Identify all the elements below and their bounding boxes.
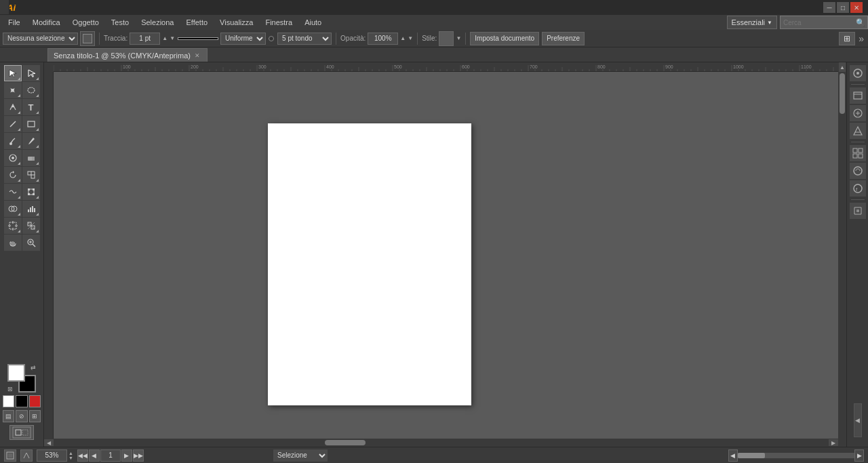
pen-tool[interactable] [4,99,22,115]
status-icon-2[interactable] [20,449,33,462]
panel-btn-6[interactable] [850,163,866,179]
nav-next-button[interactable]: ▶ [121,449,132,462]
opacity-chevron-up[interactable]: ▲ [400,35,406,41]
red-swatch[interactable] [29,395,41,407]
menu-visualizza[interactable]: Visualizza [214,17,258,28]
fill-color-swatch[interactable] [80,31,95,46]
stroke-width-chevron-down[interactable]: ▼ [170,35,175,41]
horizontal-scroll-thumb[interactable] [325,440,366,445]
document-tab[interactable]: Senza titolo-1 @ 53% (CMYK/Anteprima) ✕ [47,48,208,62]
document-tab-close[interactable]: ✕ [195,52,200,59]
status-icon-1[interactable] [4,449,16,462]
status-scroll-track[interactable] [738,453,855,458]
foreground-color-swatch[interactable] [7,364,25,382]
artboard-tool[interactable] [4,218,22,234]
search-input[interactable] [780,16,868,29]
menu-seleziona[interactable]: Seleziona [136,17,179,28]
swap-colors-icon[interactable]: ⇄ [31,364,36,371]
opacity-chevron-down[interactable]: ▼ [408,35,413,41]
slice-tool[interactable] [22,218,40,234]
rectangle-tool[interactable] [22,116,40,132]
menu-file[interactable]: File [3,17,26,28]
imposta-documento-button[interactable]: Imposta documento [470,32,539,45]
panel-btn-3[interactable] [850,105,866,121]
vertical-scrollbar[interactable]: ▲ [838,62,846,439]
hand-tool[interactable] [4,235,22,251]
scale-tool[interactable] [22,167,40,183]
vertical-scroll-thumb[interactable] [840,73,845,114]
panel-btn-5[interactable] [850,145,866,161]
tool-row-11 [4,235,40,251]
close-button[interactable]: ✕ [850,2,863,13]
panel-btn-7[interactable]: f [850,180,866,197]
selection-dropdown[interactable]: Nessuna selezione [3,33,78,45]
blob-brush-tool[interactable] [4,150,22,166]
draw-mode-button[interactable] [9,425,34,440]
nav-first-button[interactable]: ◀◀ [77,449,88,462]
rotate-tool[interactable] [4,167,22,183]
direct-selection-tool[interactable] [22,65,40,81]
style-chevron[interactable]: ▼ [456,35,461,41]
menu-modifica[interactable]: Modifica [27,17,66,28]
preferenze-button[interactable]: Preferenze [542,32,585,45]
free-transform-tool[interactable] [22,184,40,200]
graph-tool[interactable] [22,201,40,217]
zoom-tool[interactable] [22,235,40,251]
menu-aiuto[interactable]: Aiuto [299,17,327,28]
panel-btn-4[interactable] [850,123,866,139]
right-panel-collapse-btn[interactable]: ◀ [854,403,862,437]
none-swatch[interactable]: ⊘ [16,410,27,422]
horizontal-scrollbar[interactable]: ◀ ▶ [44,439,838,447]
paintbrush-tool[interactable] [4,133,22,149]
right-panel-divider-1 [851,84,865,85]
white-swatch[interactable] [3,395,14,407]
line-tool[interactable] [4,116,22,132]
menu-effetto[interactable]: Effetto [180,17,213,28]
black-swatch[interactable] [16,395,27,407]
essenziali-button[interactable]: Essenziali ▼ [727,16,777,29]
pencil-tool[interactable] [22,133,40,149]
minimize-button[interactable]: ─ [823,2,835,13]
reset-colors-icon[interactable]: ⊠ [7,386,13,392]
pattern-tool[interactable]: ⊞ [29,410,41,422]
status-scroll-left[interactable]: ◀ [728,449,738,462]
nav-last-button[interactable]: ▶▶ [133,449,144,462]
lasso-tool[interactable] [22,82,40,98]
zoom-chevron-up[interactable]: ▲▼ [68,451,73,460]
panel-btn-1[interactable] [850,65,866,81]
stroke-type-dropdown[interactable]: Uniforme [220,33,266,45]
panel-btn-8[interactable] [850,203,866,219]
collapse-right-icon[interactable]: » [857,32,865,45]
style-swatch[interactable] [439,31,454,46]
zoom-input[interactable] [37,449,67,462]
shape-builder-tool[interactable] [4,201,22,217]
title-bar-controls[interactable]: ─ □ ✕ [823,2,863,13]
nav-prev-button[interactable]: ◀ [89,449,100,462]
stroke-width-chevron-up[interactable]: ▲ [162,35,167,41]
type-tool[interactable]: T [22,99,40,115]
stroke-width-input[interactable] [130,33,160,45]
toolbar-divider-3 [417,33,418,45]
brush-dropdown[interactable]: 5 pt tondo [277,33,332,45]
scrollbar-left-arrow[interactable]: ◀ [44,439,54,446]
menu-testo[interactable]: Testo [106,17,134,28]
panel-btn-2[interactable] [850,87,866,104]
maximize-button[interactable]: □ [837,2,849,13]
svg-rect-8 [32,157,35,161]
page-number-input[interactable] [100,449,121,462]
menu-oggetto[interactable]: Oggetto [67,17,104,28]
gradient-tool[interactable]: ▤ [3,410,14,422]
menu-finestra[interactable]: Finestra [260,17,298,28]
magic-wand-tool[interactable]: ✦ [4,82,22,98]
tool-status-select[interactable]: Selezione [273,449,328,462]
status-scroll-right[interactable]: ▶ [854,449,864,462]
status-scroll-thumb[interactable] [738,453,765,458]
scrollbar-right-arrow[interactable]: ▶ [829,439,838,446]
opacity-input[interactable] [368,33,398,45]
canvas-area[interactable]: // ruler ticks will be drawn via CSS bac… [44,62,846,447]
warp-tool[interactable] [4,184,22,200]
arrange-button[interactable]: ⊞ [839,32,855,45]
scrollbar-up-arrow[interactable]: ▲ [839,62,846,72]
selection-tool[interactable] [4,65,22,81]
eraser-tool[interactable] [22,150,40,166]
